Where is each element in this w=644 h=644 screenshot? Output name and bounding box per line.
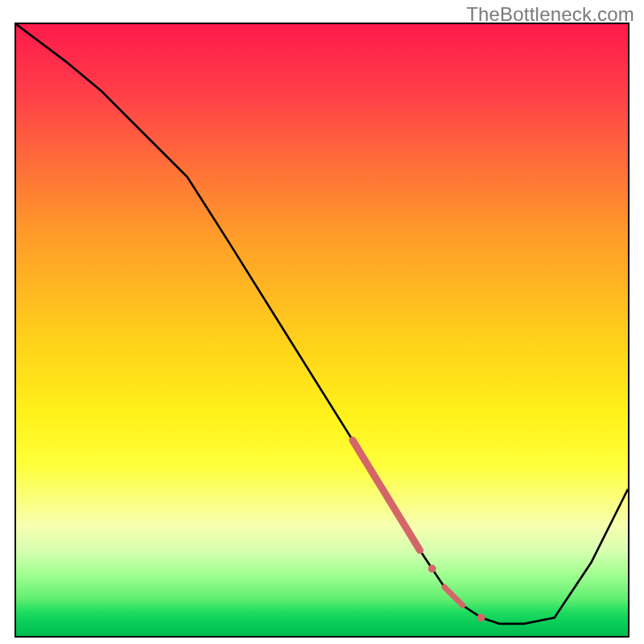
chart-container: TheBottleneck.com (0, 0, 644, 644)
highlighted-range-wide (353, 440, 420, 551)
marker-group (353, 440, 485, 621)
highlighted-dot-upper (428, 564, 436, 572)
plot-area (14, 23, 630, 638)
highlighted-range-lower (444, 587, 463, 605)
curve-layer (16, 24, 628, 636)
highlighted-dot-lower (477, 613, 485, 621)
bottleneck-curve (16, 24, 628, 624)
